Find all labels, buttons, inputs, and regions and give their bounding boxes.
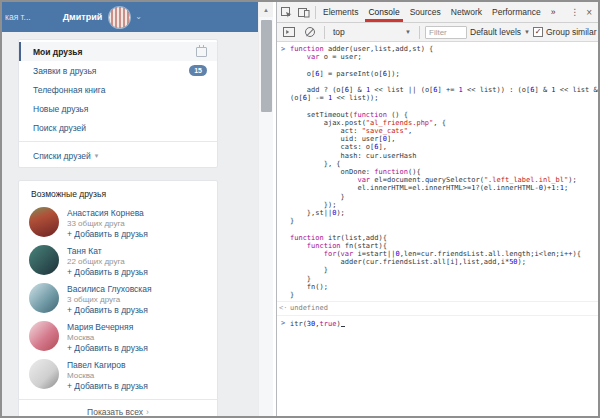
- sidebar-item-friend-lists[interactable]: Списки друзей ▾: [19, 146, 217, 165]
- friend-meta: Москва: [67, 333, 148, 343]
- toolbar-divider: [324, 26, 325, 39]
- topbar-truncated-text: кая т...: [5, 12, 31, 22]
- console-result-value: undefined: [290, 304, 328, 312]
- toolbar-divider: [419, 26, 420, 39]
- sidebar-item-label: Заявки в друзья: [33, 66, 96, 76]
- menu-divider: [19, 141, 217, 142]
- tab-console[interactable]: Console: [363, 2, 404, 22]
- devtools-tab-bar: Elements Console Sources Network Perform…: [277, 2, 598, 23]
- console-toolbar: top ▼ Default levels ▼ ✓ Group similar 2…: [277, 23, 598, 42]
- group-similar-toggle[interactable]: ✓ Group similar: [533, 27, 597, 37]
- toolbar-divider: [315, 6, 316, 19]
- tab-performance[interactable]: Performance: [487, 2, 546, 22]
- sidebar-item-label: Телефонная книга: [33, 85, 105, 95]
- console-prompt-icon: >: [281, 45, 285, 53]
- friend-suggestion-row: Мария Вечерняя Москва + Добавить в друзь…: [19, 318, 217, 356]
- friend-meta: 33 общих друга: [67, 219, 148, 229]
- counter-badge: 15: [189, 65, 207, 76]
- friend-suggestion-row: Таня Кат 22 общих друга + Добавить в дру…: [19, 242, 217, 280]
- calendar-icon[interactable]: [196, 47, 207, 57]
- sidebar-item-label: Мои друзья: [33, 47, 82, 57]
- vk-top-navbar: кая т... Дмитрий ⌄: [2, 2, 258, 32]
- chevron-down-icon[interactable]: ⌄: [135, 13, 142, 21]
- friend-avatar[interactable]: [29, 321, 59, 351]
- vk-page: кая т... Дмитрий ⌄ Мои друзья Заявки в д…: [2, 2, 276, 416]
- devtools-menu-icon[interactable]: ⋮: [565, 7, 584, 17]
- chevron-right-icon: ›: [146, 407, 149, 416]
- console-prompt-icon: >: [281, 319, 285, 327]
- clear-console-icon[interactable]: [301, 23, 319, 42]
- chevron-down-icon: ▼: [524, 29, 530, 35]
- friend-name-link[interactable]: Таня Кат: [67, 246, 148, 257]
- friend-avatar[interactable]: [29, 207, 59, 237]
- sidebar-item-phonebook[interactable]: Телефонная книга: [19, 80, 217, 99]
- topbar-user-menu[interactable]: Дмитрий ⌄: [63, 7, 142, 28]
- tab-sources[interactable]: Sources: [405, 2, 446, 22]
- console-sidebar-icon[interactable]: [280, 23, 298, 42]
- tab-network[interactable]: Network: [446, 2, 487, 22]
- console-prompt-entry[interactable]: > itr(30,true): [277, 315, 598, 330]
- user-avatar[interactable]: [109, 7, 130, 28]
- friend-suggestion-row: Василиса Глуховская 3 общих друга + Доба…: [19, 280, 217, 318]
- friend-meta: 22 общих друга: [67, 257, 148, 267]
- add-friend-link[interactable]: + Добавить в друзья: [67, 343, 148, 354]
- chevron-down-icon: ▼: [405, 29, 411, 35]
- sidebar-item-label: Поиск друзей: [33, 123, 86, 133]
- console-code: function adder(user,list,add,st) { var o…: [290, 45, 595, 299]
- console-messages-area[interactable]: > function adder(user,list,add,st) { var…: [277, 42, 598, 416]
- log-levels-select[interactable]: Default levels ▼: [470, 27, 530, 37]
- sidebar-item-label: Новые друзья: [33, 104, 88, 114]
- text-cursor: [341, 319, 345, 327]
- checkbox-checked-icon[interactable]: ✓: [533, 27, 543, 37]
- sidebar-item-new-friends[interactable]: Новые друзья: [19, 99, 217, 118]
- friend-suggestion-row: Анастасия Корнева 33 общих друга + Добав…: [19, 204, 217, 242]
- chevron-down-icon: ▾: [95, 152, 99, 160]
- sidebar-item-friend-search[interactable]: Поиск друзей: [19, 118, 217, 137]
- console-prompt-input[interactable]: itr(30,true): [290, 319, 595, 328]
- browser-window: кая т... Дмитрий ⌄ Мои друзья Заявки в д…: [0, 0, 600, 418]
- sidebar-item-my-friends[interactable]: Мои друзья: [19, 42, 217, 61]
- user-name[interactable]: Дмитрий: [63, 12, 103, 22]
- console-result-entry: <· undefined: [277, 301, 598, 314]
- console-filter-input[interactable]: [425, 26, 467, 39]
- friend-avatar[interactable]: [29, 283, 59, 313]
- friend-avatar[interactable]: [29, 359, 59, 389]
- friend-name-link[interactable]: Павел Кагиров: [67, 360, 148, 371]
- sidebar-item-friend-requests[interactable]: Заявки в друзья 15: [19, 61, 217, 80]
- devtools-panel: Elements Console Sources Network Perform…: [276, 2, 598, 416]
- vk-content-area: Мои друзья Заявки в друзья 15 Телефонная…: [2, 32, 258, 416]
- console-input-entry: > function adder(user,list,add,st) { var…: [277, 42, 598, 301]
- friend-avatar[interactable]: [29, 245, 59, 275]
- add-friend-link[interactable]: + Добавить в друзья: [67, 305, 152, 316]
- friend-meta: 3 общих друга: [67, 295, 152, 305]
- friend-meta: Москва: [67, 371, 148, 381]
- possible-friends-card: Возможные друзья Анастасия Корнева 33 об…: [18, 180, 218, 416]
- sidebar-item-label: Списки друзей: [33, 151, 91, 161]
- show-all-link[interactable]: Показать всех›: [19, 399, 217, 416]
- inspect-element-icon[interactable]: [277, 3, 295, 22]
- friends-menu-card: Мои друзья Заявки в друзья 15 Телефонная…: [18, 39, 218, 168]
- section-title: Возможные друзья: [19, 181, 217, 204]
- page-scrollbar[interactable]: ▲: [258, 2, 273, 416]
- add-friend-link[interactable]: + Добавить в друзья: [67, 229, 148, 240]
- friend-name-link[interactable]: Мария Вечерняя: [67, 322, 148, 333]
- friend-name-link[interactable]: Анастасия Корнева: [67, 208, 148, 219]
- friend-suggestion-row: Павел Кагиров Москва + Добавить в друзья: [19, 356, 217, 394]
- console-result-icon: <·: [279, 304, 287, 312]
- tab-elements[interactable]: Elements: [318, 2, 363, 22]
- more-tabs-icon[interactable]: »: [546, 2, 561, 22]
- device-toolbar-icon[interactable]: [295, 3, 313, 22]
- friend-name-link[interactable]: Василиса Глуховская: [67, 284, 152, 295]
- add-friend-link[interactable]: + Добавить в друзья: [67, 381, 148, 392]
- execution-context-select[interactable]: top ▼: [330, 27, 414, 37]
- scrollbar-thumb[interactable]: [261, 20, 272, 112]
- close-devtools-icon[interactable]: ×: [584, 7, 598, 18]
- scrollbar-up-button[interactable]: ▲: [259, 2, 273, 17]
- add-friend-link[interactable]: + Добавить в друзья: [67, 267, 148, 278]
